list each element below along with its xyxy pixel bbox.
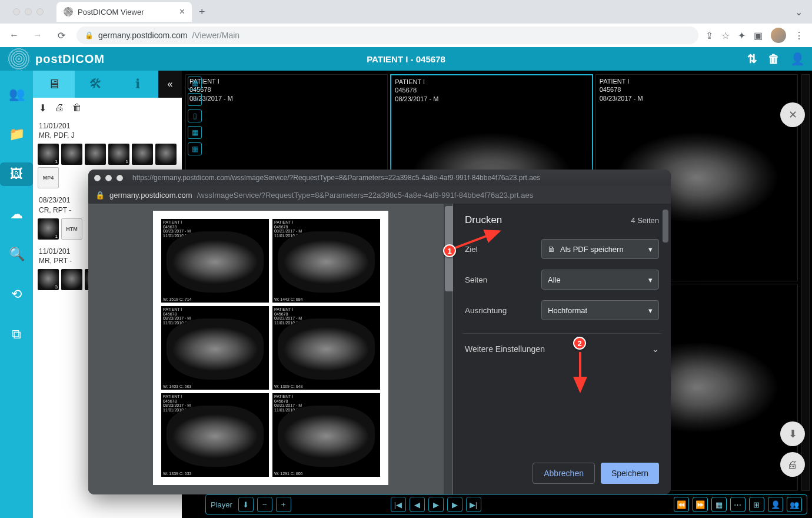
html-thumb[interactable]: HTM	[61, 218, 82, 240]
tabs-menu-icon[interactable]: ⌄	[795, 6, 803, 18]
rail-upload-icon[interactable]: ☁	[0, 202, 33, 226]
panel-tab-viewer-icon[interactable]: 🖥	[33, 71, 75, 98]
layout-3x3-icon[interactable]: ▦	[188, 142, 202, 155]
close-fab[interactable]: ✕	[780, 102, 805, 127]
url-path: /Viewer/Main	[192, 31, 239, 40]
series-thumb[interactable]	[132, 144, 153, 165]
patient-title: PATIENT I - 045678	[367, 54, 445, 64]
destination-value: Als PDF speichern	[560, 245, 624, 254]
pages-select[interactable]: Alle ▾	[541, 270, 659, 290]
panel-tab-info-icon[interactable]: ℹ	[117, 71, 158, 98]
collapse-panel-icon[interactable]: «	[158, 71, 182, 98]
series-thumb[interactable]	[85, 144, 106, 165]
rail-list-icon[interactable]: 🔍	[0, 243, 33, 266]
address-bar[interactable]: 🔒 germany.postdicom.com/Viewer/Main	[76, 26, 698, 44]
series-thumb[interactable]	[61, 269, 82, 290]
panel-icon[interactable]: ▣	[754, 30, 763, 41]
brand-bold: DICOM	[62, 52, 105, 65]
player-next-icon[interactable]: ▶	[447, 497, 462, 512]
rail-sync-icon[interactable]: ⟲	[0, 283, 33, 306]
player-last-icon[interactable]: ▶|	[466, 497, 481, 512]
player-users-icon[interactable]: 👥	[787, 497, 802, 512]
player-play-icon[interactable]: ▶	[428, 497, 444, 512]
player-speed-up-icon[interactable]: ＋	[276, 497, 291, 512]
print-preview: PATIENT I 045678 08/23/2017 - M 11/01/20…	[88, 204, 453, 494]
print-fab[interactable]: 🖨	[780, 452, 805, 477]
cancel-button[interactable]: Abbrechen	[533, 463, 595, 484]
player-more-icon[interactable]: ⋯	[730, 497, 746, 512]
series-thumb[interactable]	[61, 144, 82, 165]
layout-1x2-icon[interactable]: ▯	[188, 109, 202, 122]
new-tab-button[interactable]: +	[199, 6, 205, 18]
layout-2x2-icon[interactable]: ▦	[188, 126, 202, 139]
app-header: postDICOM PATIENT I - 045678 ⇅ 🗑 👤	[0, 47, 812, 71]
player-first-icon[interactable]: |◀	[391, 497, 406, 512]
account-icon[interactable]: 👤	[790, 52, 805, 66]
brand-icon	[7, 47, 31, 71]
popup-title: https://germany.postdicom.com/wssImageSe…	[132, 174, 541, 182]
overlay: PATIENT I 045678 08/23/2017 - M	[395, 78, 438, 103]
orientation-select[interactable]: Hochformat ▾	[541, 300, 659, 320]
reload-button[interactable]: ⟳	[53, 30, 69, 41]
share-icon[interactable]: ⇪	[705, 30, 713, 41]
player-label: Player	[211, 500, 232, 509]
layout-doc-icon[interactable]: ▦	[188, 77, 202, 89]
sort-icon[interactable]: ⇅	[747, 52, 757, 66]
mp4-thumb[interactable]: MP4	[38, 167, 59, 188]
kebab-menu-icon[interactable]: ⋮	[794, 30, 804, 41]
player-rewind-icon[interactable]: ⏪	[674, 497, 689, 512]
series-thumb[interactable]: 3	[38, 269, 59, 290]
popup-url-host: germany.postdicom.com	[109, 191, 192, 200]
brand-pre: post	[35, 52, 62, 65]
download-fab[interactable]: ⬇	[780, 421, 805, 446]
print-dialog: https://germany.postdicom.com/wssImageSe…	[88, 170, 671, 494]
more-settings-toggle[interactable]: Weitere Einstellungen ⌄	[465, 342, 659, 356]
download-icon[interactable]: ⬇	[39, 102, 46, 114]
player-prev-icon[interactable]: ◀	[410, 497, 425, 512]
series-thumb[interactable]	[155, 144, 177, 165]
browser-tab[interactable]: PostDICOM Viewer ×	[56, 2, 192, 22]
print-icon[interactable]: 🖨	[55, 102, 64, 113]
rail-patients-icon[interactable]: 👥	[0, 82, 33, 106]
player-speed-down-icon[interactable]: −	[257, 497, 272, 512]
save-button[interactable]: Speichern	[601, 463, 659, 484]
overlay: PATIENT I 045678 08/23/2017 - M	[600, 77, 643, 102]
pdf-icon: 🗎	[548, 245, 555, 254]
bookmark-icon[interactable]: ☆	[721, 30, 730, 41]
panel-tab-tools-icon[interactable]: 🛠	[75, 71, 117, 98]
rail-layout-icon[interactable]: ⧉	[0, 323, 33, 346]
tab-close-icon[interactable]: ×	[179, 6, 185, 17]
series-thumb[interactable]: 1	[38, 144, 59, 165]
rail-images-icon[interactable]: 🖼	[0, 162, 33, 186]
series-thumb[interactable]: 1	[38, 218, 59, 240]
player-split-icon[interactable]: ⊞	[749, 497, 764, 512]
forward-button[interactable]: →	[29, 30, 46, 41]
rail-folder-icon[interactable]: 📁	[0, 122, 33, 146]
left-rail: 👥 📁 🖼 ☁ 🔍 ⟲ ⧉	[0, 71, 33, 518]
dialog-scrollbar[interactable]	[663, 210, 668, 243]
print-title: Drucken	[465, 214, 502, 226]
player-download-icon[interactable]: ⬇	[238, 497, 254, 512]
chevron-down-icon: ▾	[648, 275, 653, 284]
lock-icon: 🔒	[95, 191, 105, 200]
lock-icon: 🔒	[85, 31, 94, 39]
series-thumb[interactable]: 1	[108, 144, 129, 165]
destination-select[interactable]: 🗎Als PDF speichern ▾	[541, 239, 659, 259]
pages-value: Alle	[548, 275, 561, 284]
player-bar: Player ⬇ − ＋ |◀ ◀ ▶ ▶ ▶| ⏪ ⏩ ▦ ⋯	[205, 494, 807, 514]
tab-favicon	[64, 7, 73, 16]
player-forward-icon[interactable]: ⏩	[693, 497, 708, 512]
player-patient-icon[interactable]: 👤	[768, 497, 783, 512]
player-grid-icon[interactable]: ▦	[711, 497, 727, 512]
chevron-down-icon: ▾	[648, 306, 653, 315]
url-host: germany.postdicom.com	[98, 31, 187, 40]
layout-1x1-icon[interactable]: ▭	[188, 93, 202, 106]
profile-avatar[interactable]	[771, 28, 786, 43]
preview-scrollbar[interactable]	[444, 204, 452, 494]
delete-icon[interactable]: 🗑	[72, 102, 82, 113]
mac-window-controls	[6, 8, 51, 15]
trash-icon[interactable]: 🗑	[768, 52, 780, 66]
print-sheets: 4 Seiten	[631, 216, 659, 225]
extensions-icon[interactable]: ✦	[738, 30, 746, 41]
back-button[interactable]: ←	[6, 30, 22, 41]
